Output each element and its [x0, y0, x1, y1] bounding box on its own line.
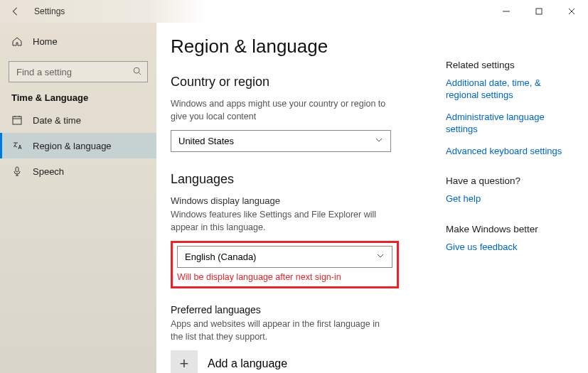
page-title: Region & language [171, 36, 446, 58]
window-title: Settings [34, 6, 65, 16]
sidebar-item-label: Home [33, 36, 58, 47]
sidebar-item-region-language[interactable]: Region & language [0, 133, 156, 158]
question-heading: Have a question? [446, 175, 575, 186]
country-value: United States [178, 136, 234, 146]
microphone-icon [11, 166, 23, 177]
sidebar-item-label: Date & time [33, 115, 81, 126]
display-language-label: Windows display language [171, 195, 446, 206]
display-language-description: Windows features like Settings and File … [171, 209, 391, 234]
sidebar-item-home[interactable]: Home [0, 28, 156, 54]
chevron-down-icon [376, 252, 385, 262]
sidebar-item-speech[interactable]: Speech [0, 158, 156, 184]
link-advanced-keyboard[interactable]: Advanced keyboard settings [446, 146, 575, 158]
sidebar-category: Time & Language [0, 92, 156, 107]
country-section-heading: Country or region [171, 75, 446, 90]
svg-point-1 [134, 67, 139, 73]
link-give-feedback[interactable]: Give us feedback [446, 242, 575, 254]
display-language-dropdown[interactable]: English (Canada) [177, 246, 392, 268]
link-admin-language[interactable]: Administrative language settings [446, 112, 575, 136]
sidebar-item-label: Speech [33, 166, 64, 177]
right-rail: Related settings Additional date, time, … [446, 23, 588, 373]
sidebar-item-date-time[interactable]: Date & time [0, 107, 156, 133]
languages-section-heading: Languages [171, 172, 446, 187]
related-settings-heading: Related settings [446, 60, 575, 70]
titlebar: Settings [0, 0, 588, 23]
add-language-label: Add a language [208, 357, 287, 370]
svg-rect-2 [13, 117, 21, 124]
language-icon [11, 140, 23, 151]
minimize-button[interactable] [490, 0, 523, 23]
svg-rect-3 [16, 167, 18, 172]
preferred-languages-description: Apps and websites will appear in the fir… [171, 318, 391, 343]
country-dropdown[interactable]: United States [171, 130, 391, 152]
display-language-value: English (Canada) [185, 252, 256, 262]
feedback-heading: Make Windows better [446, 224, 575, 234]
link-get-help[interactable]: Get help [446, 193, 575, 205]
display-language-note: Will be display language after next sign… [177, 272, 392, 282]
search-input[interactable] [9, 61, 148, 82]
back-button[interactable] [10, 6, 21, 17]
main-content: Region & language Country or region Wind… [156, 23, 446, 373]
svg-rect-0 [536, 9, 542, 14]
maximize-button[interactable] [523, 0, 555, 23]
highlight-annotation: English (Canada) Will be display languag… [171, 241, 399, 288]
country-description: Windows and apps might use your country … [171, 98, 391, 123]
plus-icon: + [171, 350, 198, 373]
search-icon [132, 66, 142, 79]
home-icon [11, 36, 23, 47]
chevron-down-icon [375, 136, 383, 146]
close-button[interactable] [555, 0, 588, 23]
link-additional-date-time[interactable]: Additional date, time, & regional settin… [446, 77, 575, 102]
preferred-languages-heading: Preferred languages [171, 304, 446, 315]
add-language-button[interactable]: + Add a language [171, 350, 446, 373]
clock-icon [11, 114, 23, 126]
sidebar: Home Time & Language Date & time Region … [0, 23, 156, 373]
sidebar-item-label: Region & language [33, 141, 112, 151]
